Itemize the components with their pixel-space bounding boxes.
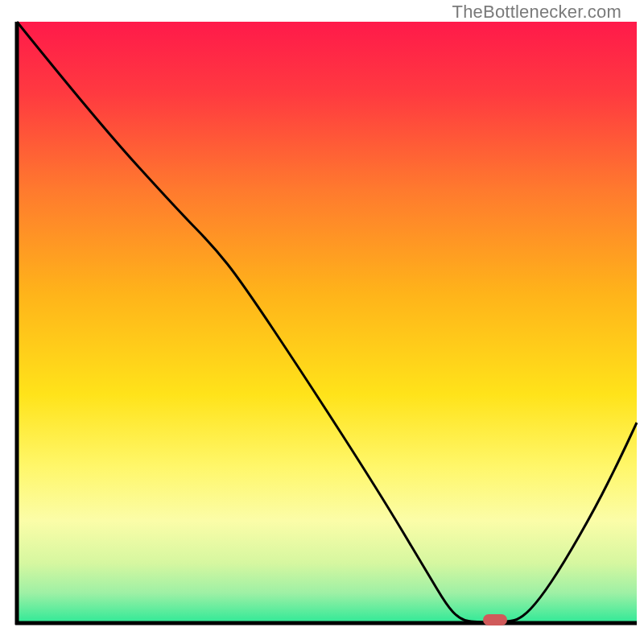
plot-background: [17, 22, 637, 623]
chart-container: { "meta": { "watermark": "TheBottleneсke…: [0, 0, 644, 644]
optimal-point-marker: [483, 614, 507, 625]
bottleneck-chart: [0, 0, 644, 644]
